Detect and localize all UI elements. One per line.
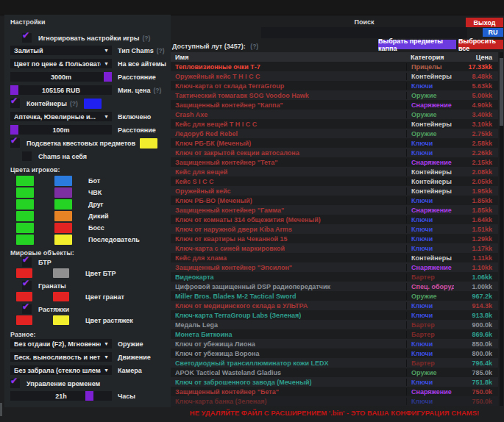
table-row[interactable]: APOK Tactical Wasteland GladiusОружие785… <box>171 368 498 377</box>
camera-dropdown[interactable]: Без забрала (стекло шлема) ▼ <box>10 365 112 375</box>
containers-color-swatch[interactable] <box>84 99 102 109</box>
table-row[interactable]: Ключ от комнаты 314 общежития (Меченый)К… <box>171 215 498 224</box>
table-row[interactable]: Защищенный контейнер "Гамма"Снаряжение1.… <box>171 205 498 215</box>
table-row[interactable]: Оружейный кейсКонтейнеры1.95kk <box>171 186 498 196</box>
slider-handle[interactable] <box>104 72 112 82</box>
table-row[interactable]: Кейс для вещейКонтейнеры2.08kk <box>171 167 498 176</box>
setting-min-price: 105156 RUB Мин. цена (?) <box>10 85 168 95</box>
drop-all-button[interactable]: Выбросить все <box>458 40 503 49</box>
table-row[interactable]: Ключ от закрытой секции автосалонаКлючи2… <box>171 148 498 157</box>
table-row[interactable]: Оружейный кейс T H I C CКонтейнеры8.48kk <box>171 71 498 81</box>
item-name: Защищенный контейнер "Тета" <box>171 159 406 166</box>
meds-distance-slider[interactable]: 100m <box>10 125 112 135</box>
btr-color-swatch[interactable] <box>16 268 32 278</box>
btr-checkbox[interactable]: ✔ <box>22 257 32 267</box>
table-row[interactable]: Ключ от наружной двери Kiba ArmsКлючи1.5… <box>171 224 498 234</box>
quest-color-swatch[interactable] <box>140 138 157 149</box>
visible-color-swatch[interactable] <box>16 223 34 233</box>
table-row[interactable]: Ледоруб Red RebelОружие2.75kk <box>171 129 498 138</box>
slider-handle[interactable] <box>85 391 93 401</box>
table-row[interactable]: Защищенный контейнер "Эпсилон"Снаряжение… <box>171 262 498 272</box>
time-control-checkbox[interactable]: ✔ <box>10 379 20 388</box>
table-row[interactable]: Ключ от убежища ВоронаКлючи800.0k <box>171 348 498 358</box>
table-row[interactable]: Ключ от убежища ЛионаКлючи850.0k <box>171 339 498 348</box>
table-row[interactable]: Защищенный контейнер "Каппа"Снаряжение4.… <box>171 100 498 110</box>
distance-slider[interactable]: 3000m <box>10 72 112 82</box>
tripwires-checkbox[interactable]: ✔ <box>22 304 32 314</box>
column-header-name[interactable]: Имя <box>171 54 406 61</box>
table-row[interactable]: Защищенный контейнер "Бета"Снаряжение750… <box>171 387 498 396</box>
table-row[interactable]: Ключ от медицинского склада в УЛЬТРАКлюч… <box>171 301 498 310</box>
help-hint[interactable]: (?) <box>250 43 258 50</box>
select-kappa-items-button[interactable]: Выбрать предметы каппа <box>378 40 456 49</box>
item-name: Ключ от комнаты 314 общежития (Меченый) <box>171 216 406 223</box>
grenade-color-swatch[interactable] <box>16 292 32 301</box>
min-price-slider[interactable]: 105156 RUB <box>10 85 112 95</box>
player-type-label: Дикий <box>88 212 109 220</box>
through-color-swatch[interactable] <box>54 187 72 198</box>
meds-jewelry-dropdown[interactable]: Аптечка, Ювелирные и... ▼ <box>10 112 112 121</box>
table-row[interactable]: Светодиодный трансиллюминатор кожи LEDXБ… <box>171 358 498 368</box>
window-scrollbar-fragment[interactable] <box>0 403 2 416</box>
containers-checkbox[interactable]: ✔ <box>10 99 20 108</box>
table-row[interactable]: Кейс для вещей T H I C CКонтейнеры3.10kk <box>171 119 498 129</box>
btr-color2-swatch[interactable] <box>53 268 69 278</box>
chams-type-dropdown[interactable]: Залитый ▼ <box>10 46 112 55</box>
table-row[interactable]: Crash AxeОружие3.40kk <box>171 110 498 119</box>
visible-color-swatch[interactable] <box>16 235 34 245</box>
dropdown-value: Без забрала (стекло шлема) <box>10 367 101 374</box>
item-mode-dropdown[interactable]: Цвет по цене & Пользователь ▼ <box>10 59 112 68</box>
table-scrollbar[interactable] <box>500 52 503 406</box>
help-hint[interactable]: (?) <box>157 47 165 54</box>
table-row[interactable]: Ключ РБ-БК (Меченый)Ключи2.58kk <box>171 138 498 148</box>
slider-handle[interactable] <box>10 125 18 135</box>
table-row[interactable]: Ключ от квартиры на Чеканной 15Ключи1.29… <box>171 234 498 243</box>
table-row[interactable]: Ключ от заброшенного завода (Меченый)Клю… <box>171 377 498 387</box>
exit-button[interactable]: Выход <box>466 18 503 27</box>
visible-color-swatch[interactable] <box>16 187 34 198</box>
grenade-color2-swatch[interactable] <box>53 292 69 301</box>
table-row[interactable]: Защищенный контейнер "Тета"Снаряжение2.1… <box>171 157 498 167</box>
table-row[interactable]: Кейс S I C CКонтейнеры2.05kk <box>171 176 498 186</box>
item-category: Ключи <box>406 235 454 243</box>
table-row[interactable]: Ключ РБ-ВО (Меченый)Ключи1.85kk <box>171 196 498 205</box>
table-row[interactable]: Медаль LegaБартер900.0k <box>171 320 498 329</box>
table-row[interactable]: Кейс для хламаКонтейнеры1.11kk <box>171 253 498 262</box>
ignore-game-settings-checkbox[interactable]: ✔ <box>22 33 32 43</box>
table-row[interactable]: Тактический томагавк SOG Voodoo HawkОруж… <box>171 90 498 100</box>
slider-handle[interactable] <box>10 85 18 95</box>
time-slider[interactable]: 21h <box>10 391 112 401</box>
table-row[interactable]: Монета БиткоинаБартер869.6k <box>171 329 498 339</box>
check-icon: ✔ <box>22 301 29 312</box>
language-button[interactable]: RU <box>483 28 503 37</box>
through-color-swatch[interactable] <box>54 223 72 233</box>
tripwire-color-swatch[interactable] <box>16 315 32 325</box>
table-row[interactable]: Ключ-карта банка (Зеленая)Ключи750.0k <box>171 396 498 406</box>
scrollbar-thumb[interactable] <box>500 58 503 126</box>
visible-color-swatch[interactable] <box>16 176 34 186</box>
grenades-checkbox[interactable]: ✔ <box>22 281 32 290</box>
visible-color-swatch[interactable] <box>16 211 34 221</box>
table-row[interactable]: Miller Bros. Blades M-2 Tactical SwordОр… <box>171 291 498 301</box>
tripwire-color2-swatch[interactable] <box>53 315 69 325</box>
table-row[interactable]: Цифровой защищенный DSP радиопередатчикС… <box>171 282 498 291</box>
through-color-swatch[interactable] <box>54 199 72 210</box>
help-hint[interactable]: (?) <box>70 100 78 107</box>
column-header-category[interactable]: Категория <box>406 54 454 61</box>
movement-dropdown[interactable]: Беск. выносливость и нет уста ▼ <box>10 352 112 362</box>
table-row[interactable]: Ключ-карта от склада TerraGroupКлючи5.63… <box>171 81 498 90</box>
quest-highlight-checkbox[interactable]: ✔ <box>10 138 20 148</box>
table-row[interactable]: Ключ-карта с синей маркировкойКлючи1.17k… <box>171 243 498 253</box>
help-hint[interactable]: (?) <box>153 87 161 94</box>
visible-color-swatch[interactable] <box>16 199 34 210</box>
chams-self-checkbox[interactable] <box>22 151 32 161</box>
weapon-dropdown[interactable]: Без отдачи (F2), Мгновенное п ▼ <box>10 339 112 348</box>
through-color-swatch[interactable] <box>54 211 72 221</box>
through-color-swatch[interactable] <box>54 176 72 186</box>
table-row[interactable]: ВидеокартаБартер1.06kk <box>171 272 498 282</box>
help-hint[interactable]: (?) <box>142 35 150 42</box>
column-header-price[interactable]: Цена <box>454 54 498 61</box>
table-row[interactable]: Ключ-карта TerraGroup Labs (Зеленая)Ключ… <box>171 310 498 320</box>
through-color-swatch[interactable] <box>54 235 72 245</box>
table-row[interactable]: Тепловизионные очки Т-7Прицелы17.33kk <box>171 62 498 71</box>
